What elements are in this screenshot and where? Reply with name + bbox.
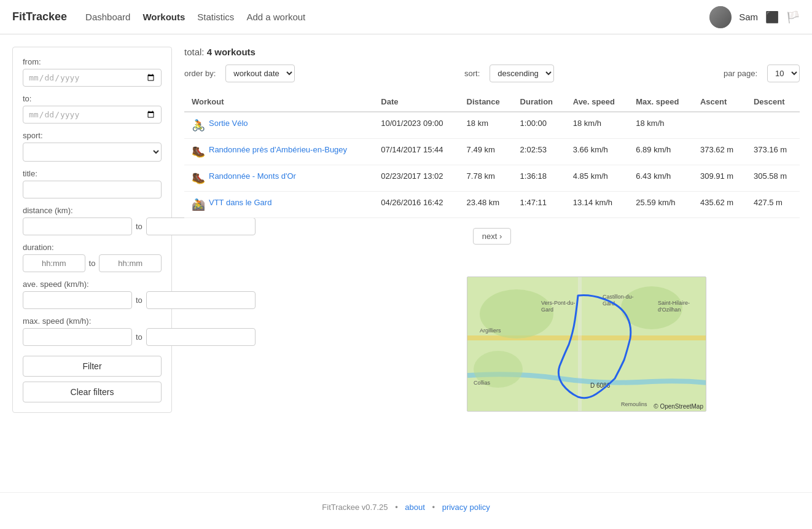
workout-max-speed-3: 25.59 km/h	[628, 192, 693, 218]
nav-statistics[interactable]: Statistics	[197, 12, 234, 22]
sort-select[interactable]: descending ascending	[490, 65, 554, 82]
col-ascent: Ascent	[693, 92, 746, 112]
table-row: 🥾 Randonnée près d'Ambérieu-en-Bugey 07/…	[184, 139, 800, 165]
footer-dot1: •	[395, 503, 398, 512]
controls-bar: order by: workout date distance duration…	[184, 65, 800, 82]
total-value: 4 workouts	[207, 47, 256, 57]
brand-logo[interactable]: FitTrackee	[12, 10, 67, 23]
distance-range: to	[23, 217, 162, 235]
map-overlay: D 6086 Argilliers Vers-Pont-du- Gard Cas…	[467, 276, 706, 412]
from-label: from:	[23, 57, 162, 66]
workout-max-speed-1: 6.89 km/h	[628, 139, 693, 165]
svg-text:Gard: Gard	[541, 307, 553, 313]
workout-link[interactable]: Randonnée - Monts d'Or	[209, 171, 296, 181]
nav-links: Dashboard Workouts Statistics Add a work…	[85, 12, 709, 22]
workout-descent-1: 373.16 m	[746, 139, 800, 165]
col-duration: Duration	[513, 92, 566, 112]
from-date-input[interactable]	[23, 69, 162, 87]
workout-ascent-1: 373.62 m	[693, 139, 746, 165]
workout-ascent-0	[693, 112, 746, 139]
svg-text:Saint-Hilaire-: Saint-Hilaire-	[658, 300, 690, 306]
filter-button[interactable]: Filter	[23, 356, 162, 377]
sport-label: sport:	[23, 131, 162, 140]
sport-select[interactable]	[23, 143, 162, 162]
distance-min-input[interactable]	[23, 217, 132, 235]
workout-ave-speed-2: 4.85 km/h	[566, 165, 629, 192]
workout-ave-speed-1: 3.66 km/h	[566, 139, 629, 165]
col-ave-speed: Ave. speed	[566, 92, 629, 112]
nav-add-workout[interactable]: Add a workout	[246, 12, 305, 22]
workout-link[interactable]: Sortie Vélo	[209, 119, 248, 128]
order-by-select[interactable]: workout date distance duration ave. spee…	[225, 65, 295, 82]
footer-dot2: •	[432, 503, 435, 512]
map-svg: D 6086 Argilliers Vers-Pont-du- Gard Cas…	[467, 277, 706, 412]
workout-distance-1: 7.49 km	[459, 139, 513, 165]
ave-speed-range: to	[23, 291, 162, 309]
map-content: D 6086 Argilliers Vers-Pont-du- Gard Cas…	[467, 277, 706, 411]
footer: FitTrackee v0.7.25 • about • privacy pol…	[0, 492, 812, 522]
workout-cell-2: 🥾 Randonnée - Monts d'Or	[184, 165, 373, 192]
map-credit: © OpenStreetMap	[654, 403, 703, 410]
duration-max-input[interactable]	[99, 254, 162, 272]
clear-filters-button[interactable]: Clear filters	[23, 382, 162, 402]
username: Sam	[739, 12, 758, 22]
per-page-select[interactable]: 10 20 50	[767, 65, 800, 82]
navbar: FitTrackee Dashboard Workouts Statistics…	[0, 0, 812, 34]
workout-link[interactable]: VTT dans le Gard	[209, 198, 271, 207]
total-label: total:	[184, 47, 205, 57]
col-descent: Descent	[746, 92, 800, 112]
title-input[interactable]	[23, 181, 162, 198]
workout-date-0: 10/01/2023 09:00	[373, 112, 459, 139]
workout-duration-1: 2:02:53	[513, 139, 566, 165]
workout-date-2: 02/23/2017 13:02	[373, 165, 459, 192]
table-row: 🚵 VTT dans le Gard 04/26/2016 16:4223.48…	[184, 192, 800, 218]
workout-max-speed-2: 6.43 km/h	[628, 165, 693, 192]
workout-ascent-2: 309.91 m	[693, 165, 746, 192]
nav-workouts[interactable]: Workouts	[142, 12, 185, 22]
flag-icon[interactable]: 🏳️	[786, 10, 800, 24]
workout-link[interactable]: Randonnée près d'Ambérieu-en-Bugey	[209, 145, 347, 154]
col-distance: Distance	[459, 92, 513, 112]
title-label: title:	[23, 169, 162, 178]
workout-distance-0: 18 km	[459, 112, 513, 139]
footer-about-link[interactable]: about	[405, 503, 425, 512]
order-by-label: order by:	[184, 69, 216, 78]
sort-label: sort:	[464, 69, 480, 78]
max-speed-min-input[interactable]	[23, 328, 132, 346]
svg-text:d'Ozilhan: d'Ozilhan	[658, 307, 681, 313]
distance-label: distance (km):	[23, 206, 162, 215]
table-row: 🥾 Randonnée - Monts d'Or 02/23/2017 13:0…	[184, 165, 800, 192]
sport-icon: 🚴	[192, 119, 205, 132]
ave-speed-min-input[interactable]	[23, 291, 132, 309]
main-layout: from: to: sport: title: distance (km): t…	[0, 34, 812, 492]
workout-table: Workout Date Distance Duration Ave. spee…	[184, 92, 800, 218]
workout-duration-0: 1:00:00	[513, 112, 566, 139]
duration-min-input[interactable]	[23, 254, 85, 272]
svg-text:Remoulins: Remoulins	[621, 401, 647, 407]
table-wrapper: Workout Date Distance Duration Ave. spee…	[184, 92, 800, 218]
max-speed-to-text: to	[136, 332, 142, 342]
logout-icon[interactable]: ⬛	[765, 10, 779, 24]
footer-privacy-link[interactable]: privacy policy	[442, 503, 490, 512]
workout-cell-1: 🥾 Randonnée près d'Ambérieu-en-Bugey	[184, 139, 373, 165]
to-label: to:	[23, 94, 162, 103]
sport-icon: 🥾	[192, 171, 205, 185]
avatar	[709, 6, 732, 28]
workout-ave-speed-0: 18 km/h	[566, 112, 629, 139]
footer-brand: FitTrackee	[322, 503, 359, 512]
to-date-input[interactable]	[23, 106, 162, 123]
workout-descent-0	[746, 112, 800, 139]
distance-to-text: to	[136, 222, 142, 231]
col-workout: Workout	[184, 92, 373, 112]
content-area: total: 4 workouts order by: workout date…	[184, 47, 800, 480]
next-page-button[interactable]: next ›	[473, 228, 512, 245]
nav-dashboard[interactable]: Dashboard	[85, 12, 130, 22]
max-speed-label: max. speed (km/h):	[23, 316, 162, 326]
workout-duration-3: 1:47:11	[513, 192, 566, 218]
workout-date-1: 07/14/2017 15:44	[373, 139, 459, 165]
workout-date-3: 04/26/2016 16:42	[373, 192, 459, 218]
workout-max-speed-0: 18 km/h	[628, 112, 693, 139]
workout-cell-0: 🚴 Sortie Vélo	[184, 112, 373, 139]
ave-speed-to-text: to	[136, 296, 142, 305]
workout-descent-2: 305.58 m	[746, 165, 800, 192]
